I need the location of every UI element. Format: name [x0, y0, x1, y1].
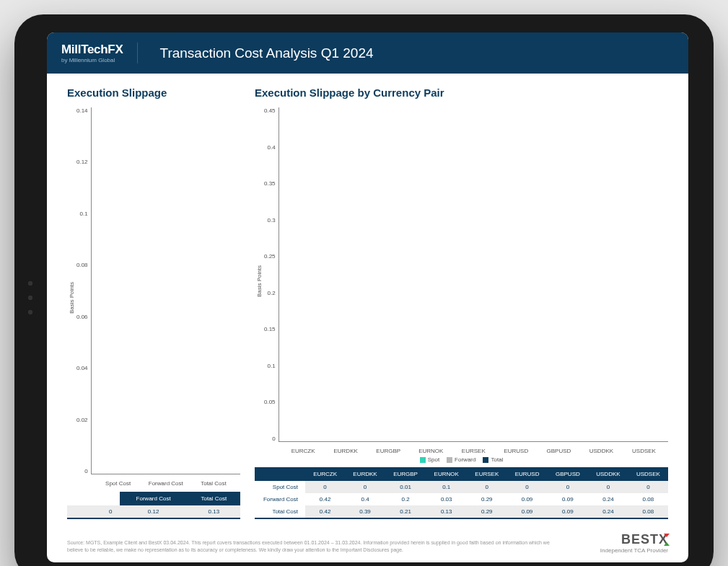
- x-label: EURCZK: [282, 448, 325, 454]
- chart-area-left: Basis Points 0.140.120.10.080.060.040.02…: [67, 107, 240, 487]
- provider-logo: BESTX Independent TCA Provider: [600, 532, 668, 554]
- table-cell: 0.24: [588, 493, 628, 505]
- x-label: USDSEK: [623, 448, 665, 454]
- chart-title-right: Execution Slippage by Currency Pair: [255, 87, 668, 99]
- x-label: Forward Cost: [142, 480, 190, 487]
- table-cell: 0.1: [426, 481, 467, 493]
- legend-swatch: [447, 457, 452, 463]
- table-cell: 0.42: [305, 493, 345, 505]
- y-tick: 0.2: [264, 290, 276, 296]
- report-header: MillTechFX by Millennium Global Transact…: [47, 32, 688, 74]
- table-cell: 0: [628, 481, 668, 493]
- y-ticks-left: 0.140.120.10.080.060.040.020: [76, 107, 91, 487]
- y-tick: 0.3: [264, 217, 276, 224]
- panel-execution-slippage: Execution Slippage Basis Points 0.140.12…: [67, 87, 240, 519]
- table-cell: 0: [506, 481, 547, 493]
- legend-item: Spot: [420, 456, 439, 463]
- table-cell: 0.13: [188, 505, 240, 518]
- y-axis-label-left: Basis Points: [67, 107, 76, 487]
- tablet-frame: MillTechFX by Millennium Global Transact…: [14, 14, 714, 566]
- table-cell: 0.09: [548, 505, 588, 518]
- brand-subtitle: by Millennium Global: [61, 57, 123, 63]
- x-label: EURNOK: [410, 448, 452, 454]
- y-tick: 0: [76, 468, 88, 474]
- y-tick: 0.06: [76, 314, 88, 320]
- legend-item: Total: [483, 456, 503, 463]
- x-label: EURSEK: [452, 448, 495, 454]
- y-tick: 0.05: [264, 399, 276, 405]
- provider-subtitle: Independent TCA Provider: [600, 547, 668, 554]
- x-label: EURDKK: [325, 448, 367, 454]
- table-cell: 0.03: [426, 493, 467, 505]
- y-tick: 0.1: [76, 211, 88, 217]
- legend-label: Forward: [455, 456, 475, 463]
- plot-left: Spot CostForward CostTotal Cost: [91, 107, 240, 474]
- table-header: EURUSD: [506, 467, 547, 481]
- x-label: Total Cost: [190, 480, 237, 487]
- table-cell: 0.24: [588, 505, 628, 518]
- legend-label: Total: [491, 456, 503, 463]
- table-row: Spot Cost000.010.100000: [255, 481, 668, 493]
- table-header: GBPUSD: [548, 467, 588, 481]
- y-tick: 0.35: [264, 180, 276, 187]
- table-cell: 0: [548, 481, 588, 493]
- report-footer: Source: MGTS, Example Client and BestX 0…: [67, 532, 668, 554]
- table-cell: 0.4: [345, 493, 385, 505]
- table-header: USDSEK: [628, 467, 668, 481]
- legend-right: SpotForwardTotal: [255, 456, 668, 463]
- table-cell: 0: [345, 481, 385, 493]
- brand-block: MillTechFX by Millennium Global: [61, 43, 138, 63]
- table-cell: 0: [305, 481, 345, 493]
- table-cell: 0: [467, 481, 506, 493]
- y-axis-label-right: Basis Points: [255, 107, 264, 455]
- y-tick: 0.14: [76, 107, 88, 114]
- table-header: EURSEK: [467, 467, 506, 481]
- row-label: Spot Cost: [255, 481, 305, 493]
- table-header-blank: [255, 467, 305, 481]
- table-header: EURCZK: [305, 467, 345, 481]
- content-area: Execution Slippage Basis Points 0.140.12…: [47, 74, 688, 562]
- y-tick: 0.15: [264, 326, 276, 332]
- provider-brand: BESTX: [621, 532, 668, 547]
- table-row: Forward Cost0.420.40.20.030.290.090.090.…: [255, 493, 668, 505]
- table-cell: 0.09: [506, 505, 547, 518]
- y-tick: 0.02: [76, 417, 88, 423]
- table-cell: 0.09: [548, 493, 588, 505]
- chart-title-left: Execution Slippage: [67, 87, 240, 99]
- page-title: Transaction Cost Analysis Q1 2024: [159, 45, 373, 61]
- x-label: Spot Cost: [95, 480, 142, 487]
- table-header: EURDKK: [345, 467, 385, 481]
- y-tick: 0.12: [76, 159, 88, 165]
- table-cell: 0.29: [467, 505, 506, 518]
- table-cell: 0.08: [628, 493, 668, 505]
- legend-label: Spot: [428, 456, 439, 463]
- y-tick: 0.04: [76, 365, 88, 371]
- table-cell: 0.21: [385, 505, 426, 518]
- y-tick: 0.4: [264, 144, 276, 151]
- table-header: Total Cost: [188, 492, 240, 505]
- table-cell: 0.2: [385, 493, 426, 505]
- table-cell: 0: [67, 505, 120, 518]
- table-cell: 0.01: [385, 481, 426, 493]
- table-cell: 0.12: [120, 505, 188, 518]
- table-header: Forward Cost: [120, 492, 188, 505]
- table-left: Spot CostForward CostTotal Cost 00.120.1…: [67, 492, 240, 519]
- table-header: Spot Cost: [67, 492, 120, 505]
- y-tick: 0.45: [264, 107, 276, 114]
- table-cell: 0.09: [506, 493, 547, 505]
- table-header: EURNOK: [426, 467, 467, 481]
- panel-by-currency: Execution Slippage by Currency Pair Basi…: [255, 87, 668, 519]
- legend-swatch: [420, 457, 426, 463]
- table-cell: 0.39: [345, 505, 385, 518]
- table-row: Total Cost0.420.390.210.130.290.090.090.…: [255, 505, 668, 518]
- row-label: Forward Cost: [255, 493, 305, 505]
- x-label: USDDKK: [580, 448, 623, 454]
- table-header: USDDKK: [588, 467, 628, 481]
- y-ticks-right: 0.450.40.350.30.250.20.150.10.050: [264, 107, 279, 455]
- row-label: Total Cost: [255, 505, 305, 518]
- table-cell: 0.29: [467, 493, 506, 505]
- table-cell: 0: [588, 481, 628, 493]
- y-tick: 0.08: [76, 262, 88, 268]
- legend-item: Forward: [447, 456, 475, 463]
- y-tick: 0: [264, 435, 276, 442]
